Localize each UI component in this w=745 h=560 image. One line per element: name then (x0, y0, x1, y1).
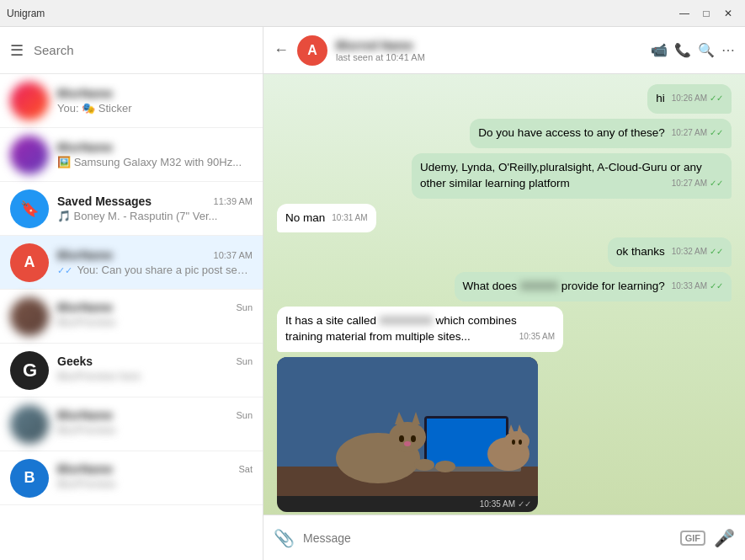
chat-time: Sun (236, 410, 253, 420)
list-item[interactable]: BlurName 🖼️ Samsung Galaxy M32 with 90Hz… (0, 128, 263, 182)
chat-preview: 🖼️ Samsung Galaxy M32 with 90Hz... (57, 156, 253, 168)
topbar-actions: 📹 📞 🔍 ⋯ (651, 42, 735, 58)
chat-name: BlurName (57, 248, 113, 262)
message-sent: ok thanks 10:32 AM ✓✓ (608, 237, 732, 267)
chat-preview: BlurPreview (57, 477, 115, 490)
gif-bubble: GIF (277, 357, 538, 512)
chat-preview: BlurPreview (57, 316, 115, 328)
message-bubble: No man 10:31 AM (277, 204, 376, 233)
msg-meta: 10:31 AM (332, 212, 367, 224)
message-bubble: Udemy, Lynda, O'Reilly,pluralsight, A-Cl… (412, 153, 732, 199)
svg-point-19 (519, 440, 522, 445)
chat-time: Sun (236, 356, 253, 366)
list-item[interactable]: BlurName Sun BlurPreview (0, 290, 263, 344)
window-controls: — □ ✕ (674, 3, 738, 24)
gif-check: ✓✓ (518, 499, 531, 509)
msg-meta: 10:27 AM ✓✓ (672, 178, 723, 189)
list-item[interactable]: 🔖 Saved Messages 11:39 AM 🎵 Boney M. - R… (0, 182, 263, 236)
blurred-word: XXXXX (520, 279, 558, 295)
app-title: Unigram (7, 8, 45, 19)
chat-time: 11:39 AM (214, 196, 253, 206)
chat-info: BlurName You: 🎭 Sticker (57, 87, 253, 115)
chat-preview: ✓✓ You: Can you share a pic post search? (57, 264, 253, 276)
message-bubble: It has a site called XXXXXXX which combi… (277, 307, 563, 352)
video-call-icon[interactable]: 📹 (651, 42, 668, 58)
back-button[interactable]: ← (274, 41, 289, 59)
chat-topbar: ← A Blurred Name last seen at 10:41 AM 📹… (263, 27, 745, 74)
msg-time: 10:31 AM (332, 212, 367, 224)
chat-panel: ← A Blurred Name last seen at 10:41 AM 📹… (263, 27, 745, 560)
chat-preview: 🎵 Boney M. - Rasputin (7" Ver... (57, 210, 253, 222)
chat-name: BlurName (57, 301, 113, 314)
input-bar: 📎 GIF 🎤 (263, 515, 745, 560)
more-icon[interactable]: ⋯ (721, 42, 735, 58)
msg-time: 10:26 AM (672, 93, 707, 104)
avatar: G (10, 351, 49, 390)
attachment-icon[interactable]: 📎 (274, 528, 295, 548)
chat-time: Sun (236, 302, 253, 312)
contact-info: Blurred Name last seen at 10:41 AM (336, 39, 642, 62)
menu-icon[interactable]: ☰ (10, 41, 24, 60)
message-bubble: What does XXXXX provide for learning? 10… (455, 272, 732, 301)
chat-info: BlurName 10:37 AM ✓✓ You: Can you share … (57, 248, 253, 276)
message-sent: hi 10:26 AM ✓✓ (647, 84, 732, 114)
minimize-button[interactable]: — (674, 3, 694, 24)
list-item-active[interactable]: A BlurName 10:37 AM ✓✓ You: Can you shar… (0, 236, 263, 290)
microphone-icon[interactable]: 🎤 (714, 528, 735, 548)
list-item[interactable]: BlurName Sun BlurPreview (0, 397, 263, 451)
svg-point-15 (504, 431, 529, 451)
chat-info: BlurName Sun BlurPreview (57, 408, 253, 440)
chat-name: BlurName (57, 87, 113, 100)
gif-time: 10:35 AM (480, 499, 515, 509)
titlebar: Unigram — □ ✕ (0, 0, 745, 27)
chat-info: Geeks Sun BlurPreview here (57, 355, 253, 386)
contact-avatar: A (297, 35, 327, 66)
read-receipt: ✓✓ (710, 178, 723, 189)
search-icon[interactable]: 🔍 (698, 42, 715, 58)
call-icon[interactable]: 📞 (674, 42, 691, 58)
chat-preview: BlurPreview (57, 424, 115, 436)
gif-svg (277, 357, 538, 496)
chat-name: BlurName (57, 462, 113, 476)
msg-time: 10:27 AM (672, 127, 707, 139)
read-receipt: ✓✓ (710, 246, 723, 258)
sidebar: ☰ BlurName You: 🎭 Sticker (0, 27, 263, 560)
blurred-word: XXXXXXX (380, 313, 433, 329)
message-gif: GIF (277, 357, 538, 512)
msg-meta: 10:33 AM ✓✓ (672, 280, 723, 292)
chat-time: Sat (238, 464, 253, 474)
msg-time: 10:27 AM (672, 178, 707, 189)
list-item[interactable]: B BlurName Sat BlurPreview (0, 451, 263, 505)
messages-area: hi 10:26 AM ✓✓ Do you have access to any… (263, 74, 745, 515)
read-receipt: ✓✓ (710, 280, 723, 292)
gif-content: GIF (277, 357, 538, 496)
message-bubble: Do you have access to any of these? 10:2… (470, 119, 732, 148)
chat-name: Geeks (57, 355, 93, 368)
svg-point-12 (414, 459, 434, 471)
list-item[interactable]: BlurName You: 🎭 Sticker (0, 74, 263, 128)
message-input[interactable] (303, 531, 672, 545)
maximize-button[interactable]: □ (696, 3, 716, 24)
avatar: B (10, 459, 49, 498)
message-sent: Udemy, Lynda, O'Reilly,pluralsight, A-Cl… (412, 153, 732, 199)
message-sent: Do you have access to any of these? 10:2… (470, 119, 732, 148)
main-layout: ☰ BlurName You: 🎭 Sticker (0, 27, 745, 560)
msg-meta: 10:27 AM ✓✓ (672, 127, 723, 139)
message-bubble: ok thanks 10:32 AM ✓✓ (608, 237, 732, 267)
contact-status: last seen at 10:41 AM (336, 52, 642, 62)
read-check: ✓✓ (57, 265, 72, 275)
sidebar-header: ☰ (0, 27, 263, 74)
msg-meta: 10:26 AM ✓✓ (672, 93, 723, 104)
chat-info: Saved Messages 11:39 AM 🎵 Boney M. - Ras… (57, 195, 253, 222)
message-sent: What does XXXXX provide for learning? 10… (455, 272, 732, 301)
close-button[interactable]: ✕ (718, 3, 738, 24)
svg-point-18 (512, 440, 515, 445)
gif-button[interactable]: GIF (680, 531, 705, 546)
list-item[interactable]: G Geeks Sun BlurPreview here (0, 344, 263, 397)
chat-name: BlurName (57, 141, 113, 154)
msg-time: 10:32 AM (672, 246, 707, 258)
svg-point-9 (399, 435, 404, 442)
read-receipt: ✓✓ (710, 127, 723, 139)
preview-icon: 🖼️ (57, 156, 74, 168)
search-input[interactable] (34, 43, 253, 57)
